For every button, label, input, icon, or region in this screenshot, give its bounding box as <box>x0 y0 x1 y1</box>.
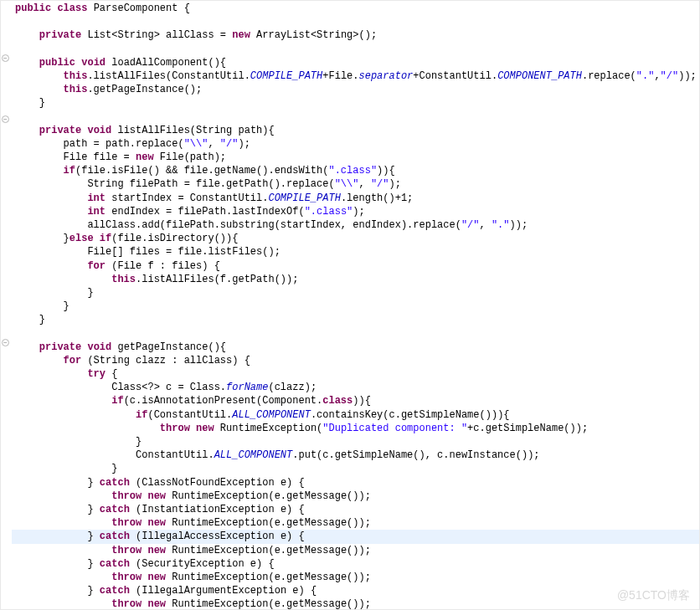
code-line[interactable]: throw new RuntimeException(e.getMessage(… <box>12 571 700 584</box>
code-line[interactable]: ConstantUtil.ALL_COMPONENT.put(c.getSimp… <box>12 449 700 462</box>
code-line[interactable]: if(ConstantUtil.ALL_COMPONENT.containsKe… <box>12 408 700 422</box>
code-line[interactable]: File[] files = file.listFiles(); <box>12 245 700 259</box>
code-line[interactable]: throw new RuntimeException(e.getMessage(… <box>12 597 700 610</box>
code-line[interactable]: try { <box>12 367 700 381</box>
code-line[interactable]: Class<?> c = Class.forName(clazz); <box>12 381 700 394</box>
code-line[interactable]: } <box>12 313 700 326</box>
code-line[interactable]: } catch (IllegalArgumentException e) { <box>12 584 700 597</box>
code-line[interactable]: private void listAllFiles(String path){ <box>12 124 700 137</box>
code-line[interactable]: } <box>12 286 700 300</box>
fold-gutter: − − − <box>0 0 12 610</box>
code-line[interactable]: }else if(file.isDirectory()){ <box>12 232 700 245</box>
code-line[interactable]: for (String clazz : allClass) { <box>12 354 700 367</box>
code-line[interactable]: if(file.isFile() && file.getName().endsW… <box>12 164 700 177</box>
code-line[interactable]: } <box>12 300 700 313</box>
code-line[interactable]: if(c.isAnnotationPresent(Component.class… <box>12 394 700 408</box>
code-line[interactable]: } <box>12 462 700 475</box>
code-line[interactable]: String filePath = file.getPath().replace… <box>12 177 700 191</box>
code-line[interactable] <box>12 15 700 28</box>
code-line[interactable]: public class ParseComponent { <box>12 2 700 15</box>
code-line[interactable]: private void getPageInstance(){ <box>12 341 700 354</box>
code-line[interactable]: this.getPageInstance(); <box>12 83 700 96</box>
code-line[interactable]: throw new RuntimeException(e.getMessage(… <box>12 516 700 530</box>
code-line[interactable]: } catch (IllegalAccessException e) { <box>12 530 700 543</box>
code-line[interactable]: } catch (SecurityException e) { <box>12 557 700 571</box>
code-line[interactable]: } catch (ClassNotFoundException e) { <box>12 476 700 490</box>
code-line[interactable]: int endIndex = filePath.lastIndexOf(".cl… <box>12 205 700 218</box>
code-line[interactable] <box>12 43 700 56</box>
code-line[interactable]: for (File f : files) { <box>12 259 700 273</box>
fold-marker-icon[interactable]: − <box>2 54 9 62</box>
code-line[interactable]: path = path.replace("\\", "/"); <box>12 137 700 151</box>
fold-marker-icon[interactable]: − <box>2 115 9 123</box>
code-line[interactable]: int startIndex = ConstantUtil.COMPILE_PA… <box>12 192 700 205</box>
watermark: @51CTO博客 <box>617 587 690 603</box>
code-line[interactable]: this.listAllFiles(f.getPath()); <box>12 273 700 286</box>
code-line[interactable]: File file = new File(path); <box>12 151 700 164</box>
code-line[interactable]: } <box>12 96 700 110</box>
code-line[interactable] <box>12 110 700 124</box>
code-line[interactable]: public void loadAllComponent(){ <box>12 56 700 69</box>
code-line[interactable]: } <box>12 435 700 449</box>
code-line[interactable]: allClass.add(filePath.substring(startInd… <box>12 218 700 232</box>
code-line[interactable] <box>12 327 700 341</box>
code-line[interactable]: private List<String> allClass = new Arra… <box>12 28 700 42</box>
code-line[interactable]: throw new RuntimeException("Duplicated c… <box>12 422 700 435</box>
code-line[interactable]: } catch (InstantiationException e) { <box>12 503 700 516</box>
code-line[interactable]: this.listAllFiles(ConstantUtil.COMPILE_P… <box>12 69 700 83</box>
code-line[interactable]: throw new RuntimeException(e.getMessage(… <box>12 544 700 557</box>
code-editor[interactable]: public class ParseComponent { private Li… <box>12 0 700 610</box>
fold-marker-icon[interactable]: − <box>2 339 9 346</box>
code-line[interactable]: throw new RuntimeException(e.getMessage(… <box>12 490 700 503</box>
